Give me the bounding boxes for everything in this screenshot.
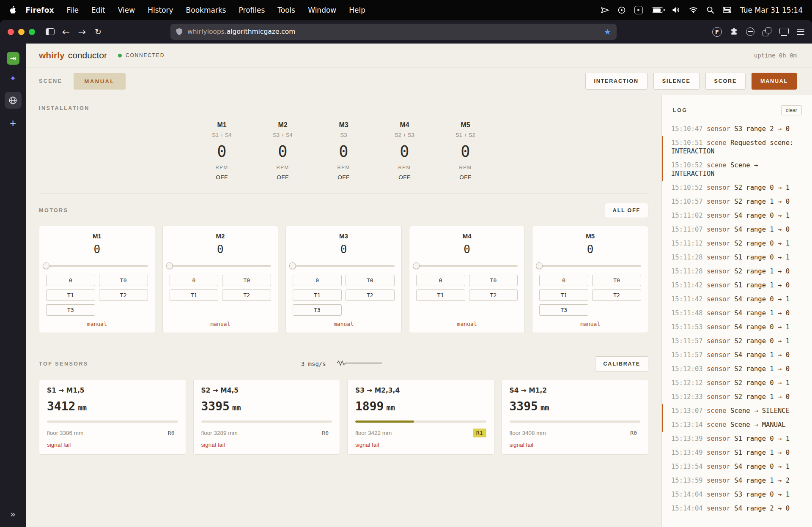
motor-trigger-button[interactable]: T3 bbox=[293, 304, 342, 316]
motor-trigger-button[interactable]: T2 bbox=[346, 289, 395, 301]
motor-trigger-button[interactable]: T3 bbox=[539, 304, 588, 316]
apple-menu-icon[interactable] bbox=[9, 6, 16, 14]
log-time: 15:11:28 bbox=[671, 268, 703, 275]
motor-trigger-button[interactable]: T3 bbox=[46, 304, 95, 316]
slider-knob[interactable] bbox=[43, 262, 49, 269]
slider-knob[interactable] bbox=[536, 262, 543, 269]
window-zoom-button[interactable] bbox=[29, 29, 35, 35]
sidebar-expand-icon[interactable]: » bbox=[10, 509, 16, 519]
calibrate-button[interactable]: CALIBRATE bbox=[595, 356, 648, 371]
menubar-clock[interactable]: Tue Mar 31 15:14 bbox=[740, 6, 803, 14]
motor-trigger-button[interactable]: 0 bbox=[416, 275, 465, 286]
back-button[interactable]: ← bbox=[58, 24, 74, 40]
volume-icon[interactable] bbox=[672, 7, 680, 13]
log-entry: 15:12:33 sensor S2 range 1 → 0 bbox=[662, 390, 812, 404]
tof-status-label: signal fail bbox=[355, 442, 486, 448]
motor-trigger-button[interactable]: T1 bbox=[416, 289, 465, 301]
menubar-item[interactable]: File bbox=[66, 6, 78, 14]
toolbar-circle-icon[interactable] bbox=[746, 27, 754, 36]
motor-trigger-button[interactable]: T2 bbox=[592, 289, 641, 301]
scene-button[interactable]: SCORE bbox=[705, 73, 746, 90]
menubar-item[interactable]: Window bbox=[308, 6, 336, 14]
log-clear-button[interactable]: clear bbox=[781, 105, 802, 115]
motor-trigger-button[interactable]: T1 bbox=[293, 289, 342, 301]
account-container-icon[interactable]: F bbox=[712, 27, 722, 37]
slider-knob[interactable] bbox=[166, 262, 173, 269]
screen-share-icon[interactable] bbox=[601, 7, 609, 14]
log-tag: sensor bbox=[707, 268, 730, 275]
window-minimize-button[interactable] bbox=[18, 29, 25, 35]
app-header: whirly conductor CONNECTED uptime 0h 0m bbox=[26, 44, 812, 68]
slider-knob[interactable] bbox=[289, 262, 296, 269]
scene-button[interactable]: MANUAL bbox=[752, 73, 797, 90]
motor-trigger-button[interactable]: T2 bbox=[469, 289, 518, 301]
motor-trigger-button[interactable]: T2 bbox=[222, 289, 271, 301]
motor-trigger-button[interactable]: T1 bbox=[539, 289, 588, 301]
scene-button[interactable]: INTERACTION bbox=[585, 73, 647, 90]
extensions-puzzle-icon[interactable] bbox=[730, 28, 738, 36]
motor-speed-slider[interactable] bbox=[539, 262, 641, 269]
log-list[interactable]: 15:10:47 sensor S3 range 2 → 0 15:10:51 … bbox=[662, 122, 812, 527]
menubar-app-name[interactable]: Firefox bbox=[25, 6, 54, 14]
battery-icon[interactable] bbox=[652, 7, 663, 13]
motor-speed-slider[interactable] bbox=[293, 262, 395, 269]
control-center-icon[interactable] bbox=[723, 7, 731, 13]
slider-knob[interactable] bbox=[413, 262, 420, 269]
log-message: S2 range 1 → 0 bbox=[734, 393, 790, 401]
motor-trigger-button[interactable]: T0 bbox=[346, 275, 395, 286]
wifi-icon[interactable] bbox=[689, 7, 698, 13]
motor-trigger-button[interactable]: T1 bbox=[170, 289, 219, 301]
motor-trigger-button[interactable]: 0 bbox=[46, 275, 95, 286]
all-off-button[interactable]: ALL OFF bbox=[605, 203, 648, 218]
menubar-item[interactable]: Bookmarks bbox=[186, 6, 226, 14]
forward-button[interactable]: → bbox=[74, 24, 90, 40]
tof-sensor-card: S1 → M1,5 3412mm floor 3386 mm R0 bbox=[39, 379, 186, 455]
motor-mode-label: manual bbox=[293, 316, 395, 327]
spotlight-icon[interactable] bbox=[707, 6, 714, 14]
motor-trigger-button[interactable]: 0 bbox=[293, 275, 342, 286]
sidebar-toggle-icon[interactable] bbox=[42, 24, 58, 40]
menubar-item[interactable]: Help bbox=[349, 6, 365, 14]
motor-rpm-unit: RPM bbox=[264, 165, 302, 170]
log-time: 15:14:04 bbox=[671, 491, 703, 498]
motor-trigger-button[interactable]: T0 bbox=[469, 275, 518, 286]
motor-speed-slider[interactable] bbox=[170, 262, 272, 269]
motor-trigger-button[interactable]: T2 bbox=[99, 289, 148, 301]
window-close-button[interactable] bbox=[8, 29, 14, 35]
motor-speed-slider[interactable] bbox=[46, 262, 148, 269]
url-bar[interactable]: whirlyloops.algorithmicgaze.com ★ bbox=[170, 24, 617, 40]
motor-trigger-buttons: 0 T0 T1 T2 T3 bbox=[539, 275, 641, 316]
motor-state: OFF bbox=[203, 174, 241, 180]
active-tab-globe-icon[interactable] bbox=[5, 92, 22, 109]
scene-button[interactable]: SILENCE bbox=[653, 73, 700, 90]
log-time: 15:10:47 bbox=[671, 125, 703, 133]
motor-trigger-button[interactable]: T0 bbox=[99, 275, 148, 286]
bookmark-star-icon[interactable]: ★ bbox=[604, 27, 611, 36]
menubar-item[interactable]: Tools bbox=[277, 6, 295, 14]
ai-sparkle-icon[interactable]: ✦ bbox=[10, 74, 16, 83]
tof-distance-unit: mm bbox=[386, 404, 395, 412]
motor-speed-slider[interactable] bbox=[416, 262, 518, 269]
menubar-menus: FileEditViewHistoryBookmarksProfilesTool… bbox=[66, 6, 365, 14]
reload-button[interactable]: ↻ bbox=[90, 24, 106, 40]
motor-rpm-value: 0 bbox=[447, 142, 484, 161]
new-tab-button[interactable]: + bbox=[10, 117, 16, 128]
motor-trigger-button[interactable]: 0 bbox=[170, 275, 219, 286]
menubar-item[interactable]: View bbox=[118, 6, 135, 14]
motor-state: OFF bbox=[447, 174, 484, 180]
shield-icon[interactable] bbox=[176, 28, 183, 35]
motor-trigger-button[interactable]: T0 bbox=[222, 275, 271, 286]
screen-icon[interactable] bbox=[779, 28, 789, 34]
menu-icon[interactable] bbox=[797, 29, 804, 35]
motor-trigger-button[interactable]: 0 bbox=[539, 275, 588, 286]
menubar-app-icon[interactable] bbox=[634, 6, 643, 14]
privacy-indicator-icon[interactable] bbox=[618, 6, 625, 14]
motor-trigger-button[interactable]: T1 bbox=[46, 289, 95, 301]
menubar-item[interactable]: Edit bbox=[91, 6, 105, 14]
motor-card-name: M3 bbox=[293, 232, 395, 240]
motor-trigger-button[interactable]: T0 bbox=[592, 275, 641, 286]
menubar-item[interactable]: History bbox=[148, 6, 173, 14]
pinned-tab-icon[interactable]: ⇥ bbox=[7, 52, 19, 65]
menubar-item[interactable]: Profiles bbox=[239, 6, 265, 14]
tab-groups-icon[interactable] bbox=[763, 27, 771, 36]
